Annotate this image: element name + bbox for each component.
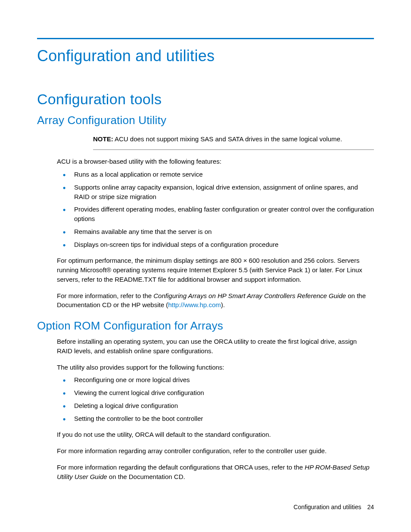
list-item: Reconfiguring one or more logical drives	[57, 375, 374, 385]
text-run: on the Documentation CD.	[107, 473, 185, 480]
list-item: Runs as a local application or remote se…	[57, 170, 374, 179]
acu-intro: ACU is a browser-based utility with the …	[57, 157, 374, 166]
note-block: NOTE: ACU does not support mixing SAS an…	[93, 131, 374, 150]
orca-default: If you do not use the utility, ORCA will…	[57, 430, 374, 439]
text-run: For more information, refer to the	[57, 292, 153, 299]
document-page: Configuration and utilities Configuratio…	[0, 0, 411, 532]
acu-body: ACU is a browser-based utility with the …	[57, 157, 374, 310]
orca-controller: For more information regarding array con…	[57, 446, 374, 456]
acu-moreinfo: For more information, refer to the Confi…	[57, 291, 374, 310]
list-item: Provides different operating modes, enab…	[57, 205, 374, 224]
footer-label: Configuration and utilities	[293, 504, 361, 510]
guide-title: Configuring Arrays on HP Smart Array Con…	[153, 292, 346, 299]
orca-bullets: Reconfiguring one or more logical drives…	[57, 375, 374, 423]
orca-heading: Option ROM Configuration for Arrays	[37, 319, 374, 333]
page-number: 24	[367, 504, 374, 510]
chapter-title: Configuration and utilities	[37, 47, 374, 65]
note-label: NOTE:	[93, 135, 113, 143]
acu-performance: For optimum performance, the minimum dis…	[57, 256, 374, 284]
list-item: Displays on-screen tips for individual s…	[57, 240, 374, 249]
orca-rom: For more information regarding the defau…	[57, 463, 374, 482]
section-title: Configuration tools	[37, 91, 374, 108]
list-item: Viewing the current logical drive config…	[57, 388, 374, 398]
page-footer: Configuration and utilities 24	[293, 504, 374, 510]
orca-support-line: The utility also provides support for th…	[57, 363, 374, 372]
text-run: For more information regarding the defau…	[57, 464, 305, 471]
note-text: ACU does not support mixing SAS and SATA…	[115, 135, 342, 143]
list-item: Remains available any time that the serv…	[57, 227, 374, 236]
list-item: Deleting a logical drive configuration	[57, 401, 374, 411]
orca-body: Before installing an operating system, y…	[57, 337, 374, 481]
list-item: Supports online array capacity expansion…	[57, 183, 374, 202]
text-run: ).	[221, 301, 225, 308]
list-item: Setting the controller to be the boot co…	[57, 414, 374, 423]
orca-intro: Before installing an operating system, y…	[57, 337, 374, 356]
acu-bullets: Runs as a local application or remote se…	[57, 170, 374, 249]
top-rule	[37, 38, 374, 39]
acu-heading: Array Configuration Utility	[37, 114, 374, 127]
hp-website-link[interactable]: http://www.hp.com	[168, 301, 221, 308]
